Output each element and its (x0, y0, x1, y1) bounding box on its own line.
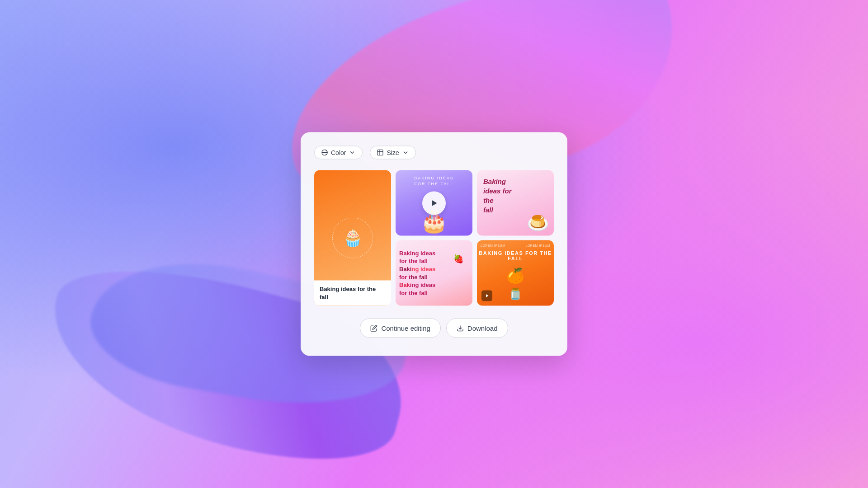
template-grid: 🧁 Baking ideas for the fall BAKING IDEAS… (314, 170, 554, 306)
svg-rect-1 (377, 150, 383, 155)
color-label: Color (331, 149, 346, 156)
bottom-actions: Continue editing Download (314, 319, 554, 338)
size-icon (377, 149, 384, 156)
chevron-down-icon-2 (402, 149, 409, 156)
color-icon (321, 149, 328, 156)
card1-label: Baking ideas for the fall (320, 285, 376, 300)
template-card-2[interactable]: BAKING IDEAS FOR THE FALL 🎂 (396, 170, 472, 236)
card5-labels: LOREM IPSUM LOREM IPSUM (481, 244, 550, 247)
card5-label-right: LOREM IPSUM (525, 244, 550, 247)
card2-title-text: BAKING IDEAS (396, 176, 472, 181)
size-label: Size (387, 149, 399, 156)
card5-label-left: LOREM IPSUM (481, 244, 505, 247)
strawberry-icon: 🍓 (453, 254, 463, 264)
dessert-icon: 🍮 (527, 212, 549, 234)
food-icon-2: 🫙 (509, 288, 522, 300)
pencil-icon (370, 324, 377, 332)
continue-editing-button[interactable]: Continue editing (360, 319, 440, 338)
cupcake-icon: 🧁 (343, 229, 363, 248)
color-button[interactable]: Color (314, 146, 363, 160)
card3-text: Bakingideas forthefall (483, 177, 512, 215)
video-badge-5 (481, 291, 492, 301)
template-card-4[interactable]: Baking ideasfor the fallBaking ideasfor … (396, 240, 472, 306)
play-icon (429, 198, 439, 207)
svg-marker-5 (486, 294, 489, 297)
continue-editing-label: Continue editing (381, 324, 430, 332)
card1-circular-content: 🧁 (326, 211, 380, 265)
modal-card: Color Size 🧁 (301, 132, 567, 356)
template-card-5[interactable]: LOREM IPSUM LOREM IPSUM BAKING IDEAS FOR… (477, 240, 554, 306)
card2-subtitle-text: FOR THE FALL (396, 181, 472, 186)
card2-title: BAKING IDEAS FOR THE FALL (396, 175, 472, 187)
download-label: Download (467, 324, 498, 332)
download-icon (457, 324, 464, 332)
play-button-overlay[interactable] (422, 191, 446, 215)
card5-title: BAKING IDEAS FOR THE FALL (477, 250, 554, 261)
size-button[interactable]: Size (370, 146, 415, 160)
template-card-1[interactable]: 🧁 Baking ideas for the fall (314, 170, 391, 306)
template-card-3[interactable]: Bakingideas forthefall 🍮 (477, 170, 554, 236)
food-plate-icon: 🍊 (506, 267, 524, 284)
chevron-down-icon (349, 149, 356, 156)
download-button[interactable]: Download (446, 319, 508, 338)
toolbar: Color Size (314, 146, 554, 160)
card4-repeated-text: Baking ideasfor the fallBaking ideasfor … (396, 240, 472, 306)
card1-bottom-text: Baking ideas for the fall (314, 280, 391, 305)
svg-marker-4 (432, 200, 437, 206)
